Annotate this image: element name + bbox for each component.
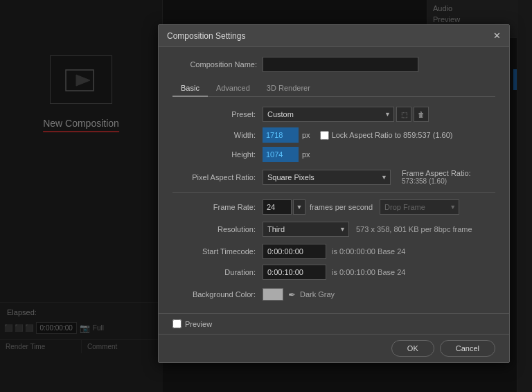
cancel-button[interactable]: Cancel xyxy=(440,340,495,357)
color-swatch[interactable] xyxy=(263,288,283,301)
duration-row: Duration: is 0:00:10:00 Base 24 xyxy=(172,265,495,280)
frame-rate-row: Frame Rate: ▼ frames per second Drop Fra… xyxy=(172,199,495,215)
height-unit: px xyxy=(302,150,310,159)
comp-name-label: Composition Name: xyxy=(172,60,263,69)
width-unit: px xyxy=(302,131,310,139)
resolution-info: 573 x 358, 801 KB per 8bpc frame xyxy=(356,225,472,233)
lock-aspect-row: Lock Aspect Ratio to 859:537 (1.60) xyxy=(320,131,453,140)
drop-frame-select[interactable]: Drop Frame xyxy=(380,199,459,215)
duration-info: is 0:00:10:00 Base 24 xyxy=(332,268,405,276)
preset-save-btn[interactable]: ⬚ xyxy=(396,107,411,122)
modal-header: Composition Settings ✕ xyxy=(159,25,509,47)
bg-color-row: Background Color: ✒ Dark Gray xyxy=(172,288,495,301)
lock-aspect-checkbox[interactable] xyxy=(320,131,329,140)
frame-aspect-value: 573:358 (1.60) xyxy=(402,177,471,185)
start-timecode-info: is 0:00:00:00 Base 24 xyxy=(332,247,405,256)
preset-select[interactable]: Custom xyxy=(263,107,394,122)
start-timecode-input[interactable] xyxy=(263,244,326,259)
duration-label: Duration: xyxy=(172,268,263,276)
pixel-aspect-select[interactable]: Square Pixels xyxy=(263,170,391,185)
pixel-aspect-select-wrapper: Square Pixels ▼ xyxy=(263,170,391,185)
start-timecode-row: Start Timecode: is 0:00:00:00 Base 24 xyxy=(172,244,495,259)
frame-rate-label: Frame Rate: xyxy=(172,203,263,211)
frame-rate-input[interactable] xyxy=(263,199,292,215)
bg-color-label: Background Color: xyxy=(172,290,263,299)
modal-body: Composition Name: Basic Advanced 3D Rend… xyxy=(159,47,509,313)
height-row: Height: px xyxy=(172,147,495,162)
preview-row: Preview xyxy=(159,313,509,334)
tabs-container: Basic Advanced 3D Renderer xyxy=(172,80,495,97)
preset-row: Preset: Custom ▼ ⬚ 🗑 xyxy=(172,107,495,122)
frame-aspect-label: Frame Aspect Ratio: xyxy=(402,169,471,177)
frame-aspect-info: Frame Aspect Ratio: 573:358 (1.60) xyxy=(402,169,471,185)
composition-settings-dialog: Composition Settings ✕ Composition Name:… xyxy=(158,24,510,363)
close-button[interactable]: ✕ xyxy=(493,30,501,41)
preview-checkbox[interactable] xyxy=(172,319,181,328)
preset-delete-btn[interactable]: 🗑 xyxy=(414,107,429,122)
ok-button[interactable]: OK xyxy=(391,340,434,357)
width-row: Width: px Lock Aspect Ratio to 859:537 (… xyxy=(172,127,495,143)
resolution-row: Resolution: Third Full Half Quarter ▼ 57… xyxy=(172,222,495,237)
preset-select-wrapper: Custom ▼ xyxy=(263,107,394,122)
lock-aspect-label: Lock Aspect Ratio to 859:537 (1.60) xyxy=(332,131,453,139)
duration-input[interactable] xyxy=(263,265,326,280)
resolution-select[interactable]: Third Full Half Quarter xyxy=(263,222,349,237)
height-input[interactable] xyxy=(263,147,299,162)
start-timecode-label: Start Timecode: xyxy=(172,247,263,256)
tab-basic[interactable]: Basic xyxy=(172,80,208,97)
eyedropper-icon[interactable]: ✒ xyxy=(288,289,296,300)
tab-3d-renderer[interactable]: 3D Renderer xyxy=(258,80,319,97)
fps-label: frames per second xyxy=(310,203,373,211)
divider-1 xyxy=(172,192,495,193)
resolution-label: Resolution: xyxy=(172,225,263,233)
modal-footer: OK Cancel xyxy=(159,334,509,362)
comp-name-row: Composition Name: xyxy=(172,57,495,72)
modal-title: Composition Settings xyxy=(167,31,245,41)
preset-label: Preset: xyxy=(172,110,263,118)
comp-name-input[interactable] xyxy=(263,57,418,72)
drop-frame-wrapper: Drop Frame ▼ xyxy=(380,199,459,215)
pixel-aspect-label: Pixel Aspect Ratio: xyxy=(172,173,263,181)
preview-label: Preview xyxy=(185,320,212,328)
frame-rate-arrow-btn[interactable]: ▼ xyxy=(293,199,305,215)
pixel-aspect-row: Pixel Aspect Ratio: Square Pixels ▼ Fram… xyxy=(172,169,495,185)
height-label: Height: xyxy=(172,150,263,159)
tab-advanced[interactable]: Advanced xyxy=(208,80,258,97)
width-label: Width: xyxy=(172,131,263,139)
color-name: Dark Gray xyxy=(300,290,335,299)
width-input[interactable] xyxy=(263,127,299,143)
resolution-select-wrapper: Third Full Half Quarter ▼ xyxy=(263,222,349,237)
